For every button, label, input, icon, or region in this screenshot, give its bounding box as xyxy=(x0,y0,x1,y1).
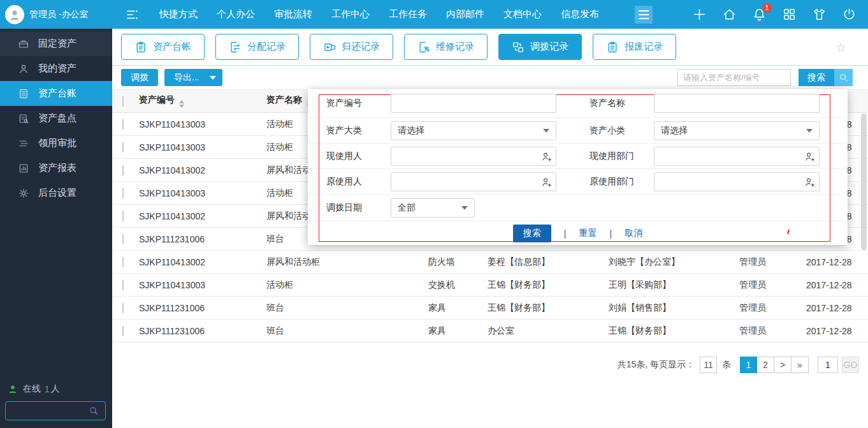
row-checkbox[interactable] xyxy=(122,188,124,198)
nav-item[interactable]: 审批流转 xyxy=(274,8,312,20)
apps-grid-icon[interactable] xyxy=(782,7,797,22)
nav-item[interactable]: 内部邮件 xyxy=(446,8,484,20)
sidebar-search-icon[interactable] xyxy=(89,406,99,416)
sidebar-search-input[interactable] xyxy=(6,406,89,416)
menu-lines-icon[interactable] xyxy=(125,7,140,22)
asset-code-input[interactable] xyxy=(391,94,556,113)
table-row[interactable]: SJKP111231006班台家具王锦【财务部】刘娟【销售部】管理员2017-1… xyxy=(112,297,868,320)
topbar-nav: 快捷方式个人办公审批流转工作中心工作任务内部邮件文档中心信息发布 xyxy=(159,8,618,20)
search-button[interactable]: 搜索 xyxy=(799,69,834,86)
row-checkbox-cell xyxy=(112,142,139,152)
table-row[interactable]: SJKP110413003活动柜交换机王锦【财务部】王明【采购部】管理员2017… xyxy=(112,274,868,297)
tab-button[interactable]: 调拨记录 xyxy=(498,34,582,60)
sidebar-item[interactable]: 我的资产 xyxy=(0,56,112,81)
select-all-checkbox[interactable] xyxy=(122,96,124,107)
page-size-box[interactable]: 11 xyxy=(700,357,717,373)
sort-icon[interactable] xyxy=(179,100,184,108)
sidebar-item[interactable]: 后台设置 xyxy=(0,181,112,205)
scrap-icon xyxy=(606,41,619,54)
cell-operator: 管理员 xyxy=(739,325,806,337)
goto-page-input[interactable] xyxy=(818,357,838,373)
current-user-input[interactable] xyxy=(391,147,556,166)
row-checkbox[interactable] xyxy=(122,303,124,313)
cell-from-user: 王锦【财务部】 xyxy=(488,302,609,314)
column-header-label[interactable]: 资产名称 xyxy=(266,94,302,105)
plus-icon[interactable] xyxy=(692,7,707,22)
page-size-unit: 条 xyxy=(722,359,731,371)
filter-cancel-button[interactable]: 取消 xyxy=(625,228,642,239)
user-block[interactable]: 管理员 -办公室 xyxy=(0,0,112,29)
tab-button[interactable]: 维修记录 xyxy=(404,34,488,60)
power-icon[interactable] xyxy=(842,7,857,22)
last-page-button[interactable]: » xyxy=(792,357,809,373)
sidebar-item[interactable]: 领用审批 xyxy=(0,131,112,156)
person-add-icon[interactable] xyxy=(804,151,815,162)
person-add-icon[interactable] xyxy=(541,177,552,188)
filter-search-button[interactable]: 搜索 xyxy=(513,225,551,242)
tab-button[interactable]: 归还记录 xyxy=(310,34,393,60)
cell-category: 防火墙 xyxy=(428,256,488,268)
asset-search-input[interactable] xyxy=(677,69,791,86)
cell-category: 交换机 xyxy=(428,279,488,291)
page-button[interactable]: 1 xyxy=(740,357,757,373)
tab-button[interactable]: 分配记录 xyxy=(215,34,299,60)
asset-major-select[interactable]: 请选择 xyxy=(391,121,556,140)
bell-icon[interactable]: 1 xyxy=(752,7,767,22)
nav-item[interactable]: 文档中心 xyxy=(503,8,542,20)
scrollbar-thumb[interactable] xyxy=(861,114,867,250)
sidebar-item[interactable]: 资产报表 xyxy=(0,156,112,181)
row-checkbox[interactable] xyxy=(122,280,124,290)
topbar: 管理员 -办公室 快捷方式个人办公审批流转工作中心工作任务内部邮件文档中心信息发… xyxy=(0,0,868,29)
person-add-icon[interactable] xyxy=(804,177,815,188)
cell-asset-name: 屏风和活动柜 xyxy=(266,256,428,268)
tab-button[interactable]: 资产台帐 xyxy=(121,34,205,60)
current-dept-label: 现使用部门 xyxy=(590,151,654,162)
sidebar-item[interactable]: 资产盘点 xyxy=(0,106,112,131)
nav-item[interactable]: 个人办公 xyxy=(217,8,255,20)
favorite-star-icon[interactable]: ☆ xyxy=(835,40,846,55)
transfer-button[interactable]: 调拨 xyxy=(121,69,158,86)
row-checkbox[interactable] xyxy=(122,165,124,175)
original-dept-input[interactable] xyxy=(654,172,820,191)
nav-item[interactable]: 工作任务 xyxy=(389,8,427,20)
go-button[interactable]: GO xyxy=(842,357,859,373)
sidebar-item[interactable]: 固定资产 xyxy=(0,31,112,56)
row-checkbox[interactable] xyxy=(122,326,124,336)
transfer-date-select[interactable]: 全部 xyxy=(391,198,475,218)
row-checkbox[interactable] xyxy=(122,234,124,244)
row-checkbox[interactable] xyxy=(122,257,124,267)
nav-item[interactable]: 快捷方式 xyxy=(159,8,198,20)
sidebar-item-label: 领用审批 xyxy=(38,137,76,149)
export-button[interactable]: 导出... xyxy=(164,69,222,86)
current-dept-input[interactable] xyxy=(654,147,820,166)
tab-label: 分配记录 xyxy=(247,41,286,53)
user-name: 管理员 -办公室 xyxy=(29,9,89,20)
sidebar-item[interactable]: 资产台账 xyxy=(0,81,112,106)
row-checkbox[interactable] xyxy=(122,142,124,152)
cell-category: 家具 xyxy=(428,325,488,337)
hamburger-menu-icon[interactable] xyxy=(635,6,653,24)
search-magnifier-button[interactable] xyxy=(834,69,853,86)
cell-asset-name: 班台 xyxy=(266,302,428,314)
shirt-icon[interactable] xyxy=(812,7,827,22)
column-header-label[interactable]: 资产编号 xyxy=(139,94,175,105)
row-checkbox[interactable] xyxy=(122,119,124,129)
report-icon xyxy=(18,163,29,174)
asset-minor-select[interactable]: 请选择 xyxy=(654,121,820,140)
next-page-button[interactable]: > xyxy=(774,357,792,373)
row-checkbox[interactable] xyxy=(122,211,124,221)
home-icon[interactable] xyxy=(722,7,737,22)
online-count: 1 xyxy=(45,384,50,394)
asset-name-input[interactable] xyxy=(654,94,820,113)
nav-item[interactable]: 工作中心 xyxy=(331,8,370,20)
page-button[interactable]: 2 xyxy=(757,357,774,373)
filter-reset-button[interactable]: 重置 xyxy=(579,228,597,239)
export-button-label: 导出... xyxy=(174,72,199,84)
nav-item[interactable]: 信息发布 xyxy=(561,8,599,20)
sidebar-item-label: 我的资产 xyxy=(38,63,76,75)
person-add-icon[interactable] xyxy=(541,151,552,162)
table-row[interactable]: SJKP111231006班台家具办公室王锦【财务部】管理员2017-12-28 xyxy=(112,320,868,343)
table-row[interactable]: SJKP110413002屏风和活动柜防火墙姜程【信息部】刘晓宇【办公室】管理员… xyxy=(112,251,868,274)
original-user-input[interactable] xyxy=(391,172,556,191)
tab-button[interactable]: 报废记录 xyxy=(593,34,676,60)
